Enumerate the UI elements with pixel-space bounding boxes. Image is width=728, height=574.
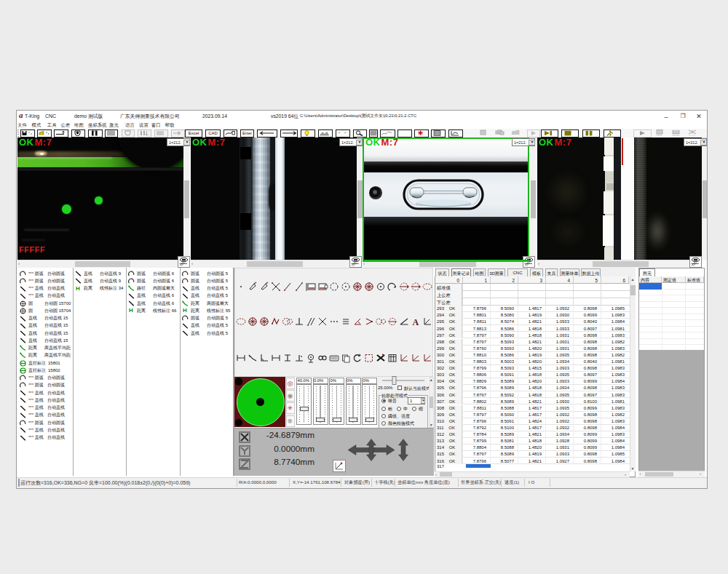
svg-text:A: A bbox=[413, 317, 419, 327]
